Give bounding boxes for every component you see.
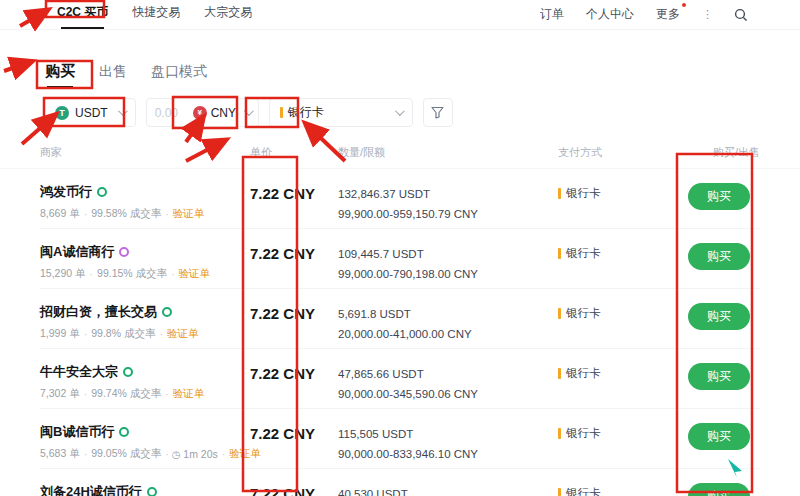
cny-icon: ¥ [193,106,207,120]
chevron-down-icon [118,106,128,116]
offer-row: 闽B诚信币行 5,683 单 · 99.05% 成交率 · ◷ 1m 20s ·… [40,409,760,469]
merchant-name[interactable]: 刘备24H诚信币行 [40,483,142,496]
merchant-stats: 1,999 单 · 99.8% 成交率 · 验证单 [40,327,250,341]
completion-rate: 99.15% 成交率 [97,267,167,281]
verified-order-tag[interactable]: 验证单 [167,327,199,341]
merchant-stats: 8,669 单 · 99.58% 成交率 · 验证单 [40,207,250,221]
buy-button[interactable]: 购买 [688,483,750,496]
verified-badge-icon [119,247,129,257]
unit-price: 7.22 CNY [250,423,338,442]
amount-input[interactable] [155,106,189,120]
unit-price: 7.22 CNY [250,363,338,382]
trade-tabs: 购买 出售 盘口模式 [0,30,800,90]
amount-limit-cell: 40,530 USDT 90,000.00-292,626.60 CNY [338,483,558,496]
available-amount: 47,865.66 USDT [338,365,558,385]
order-count: 5,683 单 [40,447,80,461]
merchant-name[interactable]: 牛牛安全大宗 [40,363,118,381]
amount-limit-cell: 109,445.7 USDT 99,000.00-790,198.00 CNY [338,243,558,284]
main-nav: C2C 买币 快捷交易 大宗交易 [55,0,254,29]
payment-cell: 银行卡 [558,243,688,261]
payment-cell: 银行卡 [558,303,688,321]
merchant-name[interactable]: 招财白资，擅长交易 [40,303,157,321]
payment-color-bar [558,488,561,496]
merchant-cell: 闽B诚信币行 5,683 单 · 99.05% 成交率 · ◷ 1m 20s ·… [40,423,250,461]
available-amount: 115,505 USDT [338,425,558,445]
payment-method: 银行卡 [566,426,601,441]
nav-item-express-trade[interactable]: 快捷交易 [130,0,182,29]
payment-method: 银行卡 [566,306,601,321]
verified-order-tag[interactable]: 验证单 [173,387,205,401]
buy-button[interactable]: 购买 [688,363,750,390]
verified-badge-icon [162,307,172,317]
order-count: 7,302 单 [40,387,80,401]
chevron-down-icon [244,106,254,116]
payment-color-bar [280,107,283,118]
nav-item-c2c-buy[interactable]: C2C 买币 [55,0,110,29]
tab-orderbook-mode[interactable]: 盘口模式 [151,63,207,90]
amount-filter: ¥ CNY [146,98,259,127]
nav-item-more[interactable]: 更多 [656,6,680,23]
tab-sell[interactable]: 出售 [99,63,127,90]
merchant-name[interactable]: 闽A诚信商行 [40,243,114,261]
merchant-stats: 5,683 单 · 99.05% 成交率 · ◷ 1m 20s · 验证单 [40,447,250,461]
payment-method: 银行卡 [566,186,601,201]
merchant-cell: 闽A诚信商行 15,290 单 · 99.15% 成交率 · 验证单 [40,243,250,281]
crypto-select[interactable]: T USDT [44,98,136,127]
order-limit: 99,000.00-790,198.00 CNY [338,265,558,285]
payment-color-bar [558,368,561,379]
nav-item-profile[interactable]: 个人中心 [586,6,634,23]
payment-color-bar [558,308,561,319]
unit-price: 7.22 CNY [250,243,338,262]
payment-cell: 银行卡 [558,423,688,441]
fiat-select[interactable]: ¥ CNY [193,106,251,120]
order-limit: 99,900.00-959,150.79 CNY [338,205,558,225]
chevron-down-icon [395,106,405,116]
offer-row: 刘备24H诚信币行 1,471 单 · 99.86% 成交率 · 验证单 7.2… [40,469,760,496]
nav-right: 订单 个人中心 更多 ⋮ [540,6,748,23]
merchant-name[interactable]: 闽B诚信币行 [40,423,114,441]
verified-order-tag[interactable]: 验证单 [229,447,261,461]
order-count: 1,999 单 [40,327,80,341]
funnel-icon [431,106,444,119]
merchant-stats: 7,302 单 · 99.74% 成交率 · 验证单 [40,387,250,401]
payment-cell: 银行卡 [558,483,688,496]
amount-limit-cell: 47,865.66 USDT 90,000.00-345,590.06 CNY [338,363,558,404]
verified-order-tag[interactable]: 验证单 [173,207,205,221]
payment-method: 银行卡 [566,486,601,496]
order-limit: 90,000.00-345,590.06 CNY [338,385,558,405]
unit-price: 7.22 CNY [250,183,338,202]
tether-icon: T [55,106,69,120]
more-menu-icon[interactable]: ⋮ [702,8,712,21]
table-header: 商家 单价 数量/限额 支付方式 购买/出售 [0,127,800,169]
advanced-filter-button[interactable] [423,98,453,127]
merchant-name[interactable]: 鸿发币行 [40,183,92,201]
verified-badge-icon [119,427,129,437]
merchant-cell: 刘备24H诚信币行 1,471 单 · 99.86% 成交率 · 验证单 [40,483,250,496]
payment-cell: 银行卡 [558,363,688,381]
search-icon[interactable] [734,8,748,22]
nav-item-more-label: 更多 [656,7,680,21]
merchant-stats: 15,290 单 · 99.15% 成交率 · 验证单 [40,267,250,281]
filter-bar: T USDT ¥ CNY 银行卡 [0,90,800,127]
buy-button[interactable]: 购买 [688,303,750,330]
payment-select[interactable]: 银行卡 [269,98,413,127]
buy-button[interactable]: 购买 [688,423,750,450]
payment-method: 银行卡 [566,366,601,381]
order-limit: 20,000.00-41,000.00 CNY [338,325,558,345]
col-header-action: 购买/出售 [688,145,760,160]
offer-row: 鸿发币行 8,669 单 · 99.58% 成交率 · 验证单 7.22 CNY… [40,169,760,229]
clock-icon: ◷ [172,449,181,460]
completion-rate: 99.74% 成交率 [91,387,161,401]
buy-button[interactable]: 购买 [688,183,750,210]
amount-limit-cell: 132,846.37 USDT 99,900.00-959,150.79 CNY [338,183,558,224]
nav-item-orders[interactable]: 订单 [540,6,564,23]
verified-order-tag[interactable]: 验证单 [179,267,211,281]
unit-price: 7.22 CNY [250,303,338,322]
fiat-select-value: CNY [211,106,236,120]
col-header-amount-limit: 数量/限额 [338,145,558,160]
buy-button[interactable]: 购买 [688,243,750,270]
offer-row: 牛牛安全大宗 7,302 单 · 99.74% 成交率 · 验证单 7.22 C… [40,349,760,409]
nav-item-block-trade[interactable]: 大宗交易 [202,0,254,29]
tab-buy[interactable]: 购买 [45,62,75,90]
verified-badge-icon [123,367,133,377]
